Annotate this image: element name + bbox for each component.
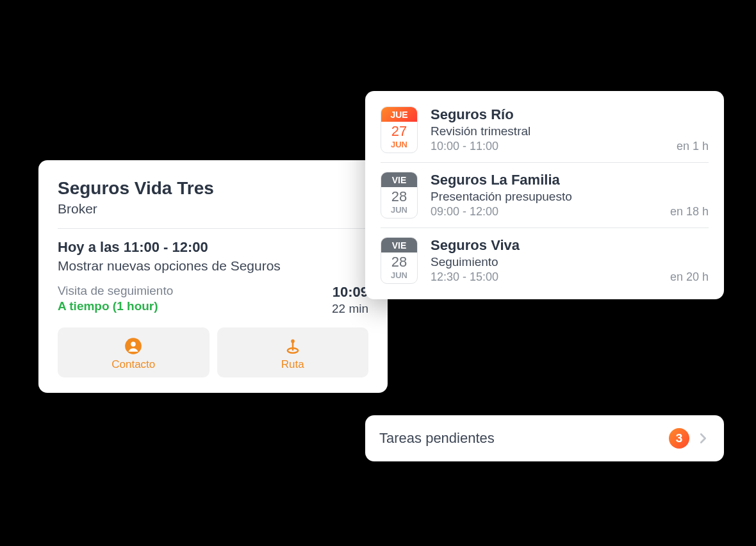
event-hours: 10:00 - 11:00	[431, 140, 498, 153]
visit-type: Visita de seguimiento	[58, 284, 173, 298]
pending-tasks-card[interactable]: Tareas pendientes 3	[365, 415, 724, 461]
contact-button-label: Contacto	[111, 358, 155, 371]
visit-detail-card: Seguros Vida Tres Broker Hoy a las 11:00…	[38, 160, 388, 393]
event-title: Seguros Viva	[431, 237, 709, 254]
date-month: JUN	[391, 270, 407, 283]
svg-point-1	[131, 342, 136, 346]
person-icon	[124, 336, 143, 356]
date-chip: JUE 27 JUN	[381, 106, 418, 153]
svg-point-4	[291, 340, 295, 343]
chevron-right-icon	[696, 431, 710, 445]
date-weekday: VIE	[381, 238, 417, 252]
event-description: Presentación presupuesto	[431, 190, 709, 204]
date-day: 28	[391, 187, 407, 205]
date-weekday: JUE	[381, 107, 417, 122]
date-day: 28	[391, 252, 407, 270]
current-clock: 10:09	[332, 284, 368, 301]
visit-time-label: Hoy a las 11:00 - 12:00	[58, 239, 368, 256]
upcoming-events-card: JUE 27 JUN Seguros Río Revisión trimestr…	[365, 91, 724, 299]
event-description: Seguimiento	[431, 255, 709, 269]
pending-tasks-badge: 3	[669, 428, 689, 449]
visit-company-role: Broker	[58, 201, 368, 229]
date-month: JUN	[391, 205, 407, 217]
contact-button[interactable]: Contacto	[58, 327, 210, 377]
visit-description: Mostrar nuevas opciones de Seguros	[58, 258, 368, 274]
pending-tasks-label: Tareas pendientes	[379, 430, 669, 447]
event-title: Seguros La Familia	[431, 172, 709, 188]
eta-label: 22 min	[332, 302, 368, 316]
route-pin-icon	[283, 336, 302, 356]
visit-actions: Contacto Ruta	[58, 327, 368, 377]
event-hours: 12:30 - 15:00	[431, 270, 498, 284]
visit-status: A tiempo (1 hour)	[58, 299, 173, 313]
route-button[interactable]: Ruta	[217, 327, 369, 377]
event-title: Seguros Río	[431, 106, 709, 123]
route-button-label: Ruta	[281, 358, 304, 371]
event-relative-time: en 20 h	[670, 270, 709, 284]
event-relative-time: en 1 h	[677, 140, 709, 153]
date-weekday: VIE	[381, 172, 417, 187]
date-day: 27	[391, 122, 407, 140]
date-chip: VIE 28 JUN	[381, 172, 418, 219]
event-row[interactable]: VIE 28 JUN Seguros Viva Seguimiento 12:3…	[381, 228, 709, 286]
event-hours: 09:00 - 12:00	[431, 205, 498, 219]
event-row[interactable]: VIE 28 JUN Seguros La Familia Presentaci…	[381, 163, 709, 228]
visit-status-row: Visita de seguimiento A tiempo (1 hour) …	[58, 284, 368, 316]
event-description: Revisión trimestral	[431, 124, 709, 138]
event-row[interactable]: JUE 27 JUN Seguros Río Revisión trimestr…	[381, 104, 709, 163]
date-chip: VIE 28 JUN	[381, 237, 418, 284]
visit-company-title: Seguros Vida Tres	[58, 178, 368, 199]
event-relative-time: en 18 h	[670, 205, 709, 219]
date-month: JUN	[391, 140, 407, 152]
